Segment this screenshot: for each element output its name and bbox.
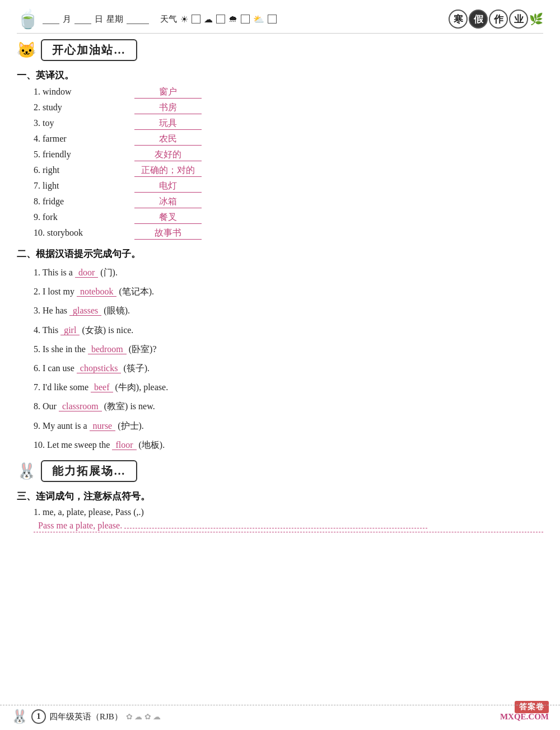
sentence-item-9: 9. My aunt is a nurse (护士). [34, 418, 543, 433]
part3-answer-1: Pass me a plate, please. [38, 521, 122, 530]
vocab-zh-6: 正确的；对的 [134, 165, 202, 177]
s9-prefix: 9. My aunt is a [34, 421, 90, 430]
vocab-en-8: 8. fridge [34, 196, 134, 207]
vocab-zh-4: 农民 [134, 133, 202, 146]
s8-prefix: 8. Our [34, 401, 59, 411]
part3-item-1: 1. me, a, plate, please, Pass (,.) Pass … [34, 507, 543, 532]
sentence-list: 1. This is a door (门). 2. I lost my note… [34, 265, 543, 452]
vocab-zh-7: 电灯 [134, 180, 202, 193]
vocab-item-5: 5. friendly 友好的 [34, 149, 543, 161]
s8-blank: classroom [59, 401, 102, 411]
vocab-item-10: 10. storybook 故事书 [34, 227, 543, 240]
s6-blank: chopsticks [77, 363, 122, 373]
vocab-item-6: 6. right 正确的；对的 [34, 165, 543, 177]
vocab-en-4: 4. farmer [34, 134, 134, 144]
s5-prefix: 5. Is she in the [34, 344, 88, 354]
vocab-zh-10: 故事书 [134, 227, 202, 240]
deco-branch: 🌿 [529, 12, 543, 26]
s6-prefix: 6. I can use [34, 363, 77, 373]
s2-prefix: 2. I lost my [34, 287, 77, 296]
footer-label: 四年级英语（RJB） [49, 712, 123, 722]
sentence-item-2: 2. I lost my notebook (笔记本). [34, 284, 543, 299]
vocab-item-7: 7. light 电灯 [34, 180, 543, 193]
sentence-item-1: 1. This is a door (门). [34, 265, 543, 280]
day-label: 日 [95, 14, 103, 25]
s7-prefix: 7. I'd like some [34, 382, 91, 392]
weather-label: 天气 [160, 14, 177, 25]
s9-suffix: (护士). [115, 421, 144, 430]
s2-suffix: (笔记本). [116, 287, 154, 296]
footer: 🐰 1 四年级英语（RJB） ✿ ☁ ✿ ☁ MXQE.COM [0, 705, 560, 724]
banner1-text: 开心加油站… [41, 39, 137, 61]
footer-site: MXQE.COM [500, 712, 549, 722]
footer-bunny-icon: 🐰 [11, 709, 28, 724]
s6-suffix: (筷子). [121, 363, 150, 373]
holiday-char-3: 作 [489, 10, 508, 29]
sun-icon: ☀ [180, 14, 188, 25]
header: 🍵 月 日 星期 天气 ☀ ☁ 🌧 ⛅ 寒 假 作 业 🌿 [17, 8, 543, 34]
vocab-en-1: 1. window [34, 87, 134, 97]
cloud-icon: ☁ [204, 14, 213, 25]
blank-month [43, 14, 59, 24]
s1-suffix: (门). [98, 268, 118, 277]
vocab-item-9: 9. fork 餐叉 [34, 212, 543, 224]
s7-suffix: (牛肉), please. [113, 382, 169, 392]
s1-blank: door [75, 268, 98, 278]
holiday-char-1: 寒 [449, 10, 468, 29]
sentence-item-10: 10. Let me sweep the floor (地板). [34, 437, 543, 452]
vocab-zh-5: 友好的 [134, 149, 202, 161]
s10-prefix: 10. Let me sweep the [34, 440, 112, 450]
sentence-item-3: 3. He has glasses (眼镜). [34, 303, 543, 318]
weather-box-4 [268, 15, 277, 24]
cloudy-icon: ⛅ [253, 14, 264, 25]
section1-title: 一、英译汉。 [17, 69, 543, 82]
rain-icon: 🌧 [228, 14, 237, 24]
vocab-zh-8: 冰箱 [134, 196, 202, 208]
s3-suffix: (眼镜). [101, 306, 130, 315]
vocab-zh-1: 窗户 [134, 86, 202, 99]
s10-blank: floor [112, 440, 136, 450]
footer-circle: 1 [31, 709, 46, 724]
vocab-zh-3: 玩具 [134, 118, 202, 130]
section3-title: 三、连词成句，注意标点符号。 [17, 490, 543, 503]
section2-title: 二、根据汉语提示完成句子。 [17, 247, 543, 260]
vocab-en-2: 2. study [34, 102, 134, 113]
s1-prefix: 1. This is a [34, 268, 75, 277]
s9-blank: nurse [90, 421, 116, 431]
vocab-list: 1. window 窗户 2. study 书房 3. toy 玩具 4. fa… [34, 86, 543, 240]
s5-blank: bedroom [88, 344, 127, 354]
s5-suffix: (卧室)? [127, 344, 157, 354]
vocab-item-8: 8. fridge 冰箱 [34, 196, 543, 208]
vocab-item-3: 3. toy 玩具 [34, 118, 543, 130]
vocab-zh-9: 餐叉 [134, 212, 202, 224]
s8-suffix: (教室) is new. [102, 401, 155, 411]
vocab-en-9: 9. fork [34, 212, 134, 222]
week-label: 星期 [106, 14, 123, 25]
s4-blank: girl [60, 325, 80, 335]
sentence-item-4: 4. This girl (女孩) is nice. [34, 322, 543, 338]
weather-box-1 [192, 15, 200, 24]
sentence-item-8: 8. Our classroom (教室) is new. [34, 399, 543, 414]
vocab-en-6: 6. right [34, 165, 134, 175]
vocab-item-1: 1. window 窗户 [34, 86, 543, 99]
banner2-text: 能力拓展场… [41, 460, 137, 482]
banner2-icon: 🐰 [17, 462, 36, 480]
header-date: 🍵 月 日 星期 天气 ☀ ☁ 🌧 ⛅ [17, 8, 277, 30]
vocab-item-2: 2. study 书房 [34, 102, 543, 114]
part3-prompt-1: 1. me, a, plate, please, Pass (,.) [34, 507, 543, 517]
holiday-badge: 寒 假 作 业 🌿 [449, 10, 543, 29]
s4-prefix: 4. This [34, 325, 60, 335]
s4-suffix: (女孩) is nice. [80, 325, 133, 335]
vocab-en-10: 10. storybook [34, 228, 134, 238]
part3-list: 1. me, a, plate, please, Pass (,.) Pass … [34, 507, 543, 532]
blank-day [74, 14, 91, 24]
s3-prefix: 3. He has [34, 306, 69, 315]
banner1-icon: 🐱 [17, 41, 36, 59]
month-label: 月 [63, 14, 71, 25]
blank-week [127, 14, 149, 24]
vocab-en-3: 3. toy [34, 118, 134, 128]
vocab-en-5: 5. friendly [34, 149, 134, 160]
weather-box-2 [216, 15, 225, 24]
sentence-item-7: 7. I'd like some beef (牛肉), please. [34, 380, 543, 395]
vocab-en-7: 7. light [34, 181, 134, 191]
